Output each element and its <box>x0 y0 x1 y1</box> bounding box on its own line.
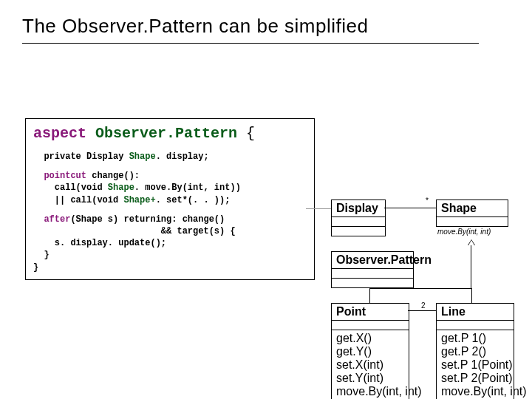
uml-line: Line get.P 1() get.P 2() set.P 1(Point) … <box>436 303 514 399</box>
uml-line-name: Line <box>437 304 514 321</box>
mult-two: 2 <box>421 301 426 310</box>
brace-close-inner: } <box>33 249 307 261</box>
slide-title: The Observer.Pattern can be simplified <box>22 15 368 38</box>
uml-point-name: Point <box>332 304 409 321</box>
private-decl: private Display Shape. display; <box>33 151 307 163</box>
uml-shape-op: move.By(int, int) <box>437 228 491 236</box>
brace-close-outer: } <box>33 262 307 273</box>
uml-display-name: Display <box>332 200 385 217</box>
dep-code-display <box>306 208 331 209</box>
uml-line-ops: get.P 1() get.P 2() set.P 1(Point) set.P… <box>437 330 514 399</box>
gen-arrowhead <box>468 239 475 245</box>
cls-observer: Observer.Pattern <box>95 125 237 142</box>
uml-shape: Shape <box>436 200 508 227</box>
after-line1: after(Shape s) returning: change() <box>33 214 307 225</box>
gen-drop-point <box>369 288 370 303</box>
title-underline <box>22 43 479 44</box>
brace-open: { <box>246 125 255 142</box>
uml-observer: Observer.Pattern <box>331 251 414 288</box>
kw-aspect: aspect <box>33 125 86 142</box>
slide: The Observer.Pattern can be simplified a… <box>0 0 532 399</box>
pc-line2: || call(void Shape+. set*(. . )); <box>33 194 307 206</box>
gen-drop-line <box>471 288 472 303</box>
after-line2: && target(s) { <box>33 225 307 237</box>
code-block: aspect Observer.Pattern { private Displa… <box>25 118 315 280</box>
code-header: aspect Observer.Pattern { <box>33 123 307 143</box>
assoc-display-shape <box>384 208 436 208</box>
uml-shape-name: Shape <box>437 200 508 217</box>
after-body: s. display. update(); <box>33 237 307 249</box>
uml-point: Point get.X() get.Y() set.X(int) set.Y(i… <box>331 303 409 399</box>
gen-vert <box>471 245 471 288</box>
uml-point-ops: get.X() get.Y() set.X(int) set.Y(int) mo… <box>332 330 409 399</box>
gen-hbar <box>369 288 471 289</box>
pointcut-line: pointcut change(): <box>33 170 307 182</box>
uml-display: Display <box>331 200 386 236</box>
uml-observer-name: Observer.Pattern <box>332 252 413 269</box>
assoc-point-line <box>408 310 436 311</box>
pc-line1: call(void Shape. move.By(int, int)) <box>33 182 307 194</box>
mult-star: * <box>426 197 429 205</box>
